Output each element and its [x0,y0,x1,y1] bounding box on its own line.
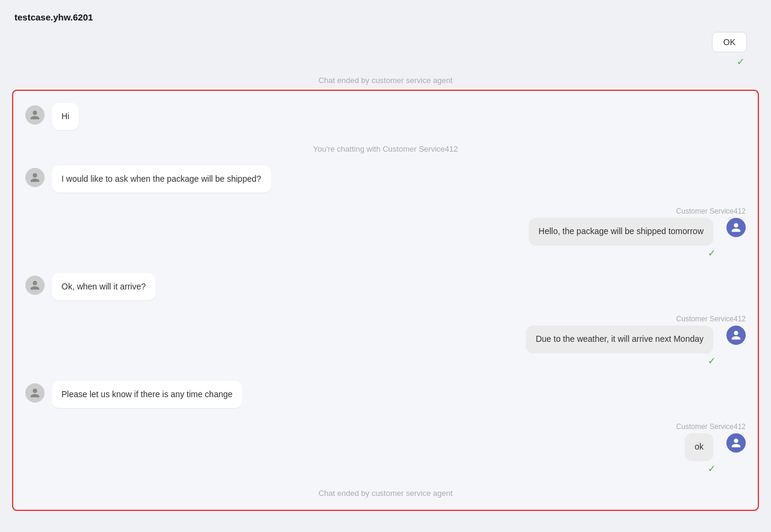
agent-avatar-5 [726,326,746,345]
user-avatar-1 [25,105,45,125]
check-icon-top: ✓ [737,56,747,67]
agent-label-5: Customer Service412 [676,315,746,323]
user-icon-2 [30,172,40,183]
msg-row-7: Customer Service412 ok ✓ [25,422,746,474]
agent-col-3: Customer Service412 Hello, the package w… [529,207,746,259]
agent-label-3: Customer Service412 [676,207,746,215]
check-3: ✓ [529,247,720,259]
agent-col-7: Customer Service412 ok ✓ [676,422,746,474]
msg-row-1: Hi [25,103,746,130]
case-title: testcase.yhw.6201 [12,12,759,22]
page-wrapper: testcase.yhw.6201 OK ✓ Chat ended by cus… [0,0,771,532]
agent-icon-5 [731,330,741,341]
bubble-1: Hi [52,103,79,130]
agent-icon-7 [731,438,741,448]
user-icon-4 [30,280,40,291]
bubble-5: Due to the weather, it will arrive next … [526,326,713,353]
system-msg-bottom: Chat ended by customer service agent [25,489,746,498]
agent-row-inner-3: Hello, the package will be shipped tomor… [529,218,746,259]
msg-row-6: Please let us know if there is any time … [25,381,746,408]
user-avatar-6 [25,383,45,403]
user-icon-6 [30,388,40,398]
bubble-6: Please let us know if there is any time … [52,381,242,408]
user-icon-1 [30,110,40,120]
msg-row-3: Customer Service412 Hello, the package w… [25,207,746,259]
agent-avatar-7 [726,433,746,453]
bubble-7: ok [685,433,713,460]
msg-row-5: Customer Service412 Due to the weather, … [25,315,746,367]
user-avatar-4 [25,276,45,295]
bubble-4: Ok, when will it arrive? [52,273,155,300]
pre-chat-area: OK ✓ [12,32,759,70]
agent-row-inner-7: ok ✓ [685,433,746,474]
system-msg-top: You're chatting with Customer Service412 [25,144,746,153]
msg-row-2: I would like to ask when the package wil… [25,165,746,193]
check-7: ✓ [685,463,720,474]
bubble-2: I would like to ask when the package wil… [52,165,271,193]
pre-chat-system-msg: Chat ended by customer service agent [12,76,759,85]
bubble-3: Hello, the package will be shipped tomor… [529,218,713,245]
agent-avatar-3 [726,218,746,237]
agent-icon-3 [731,222,741,233]
agent-label-7: Customer Service412 [676,422,746,431]
agent-col-5: Customer Service412 Due to the weather, … [526,315,746,367]
chat-container: Hi You're chatting with Customer Service… [12,90,759,511]
msg-row-4: Ok, when will it arrive? [25,273,746,300]
check-5: ✓ [526,355,720,367]
agent-row-inner-5: Due to the weather, it will arrive next … [526,326,746,367]
user-avatar-2 [25,168,45,187]
ok-bubble-top: OK [712,32,747,52]
